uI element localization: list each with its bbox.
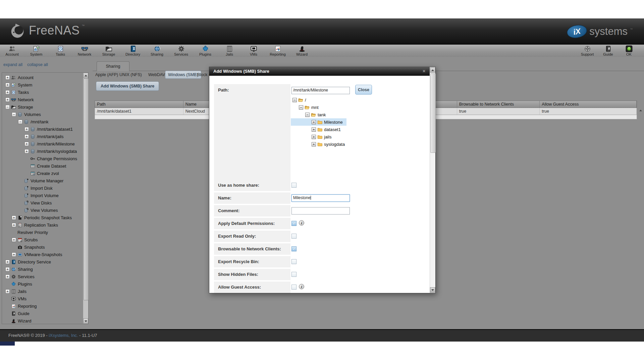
sidebar-item-reporting[interactable]: Reporting	[3, 302, 83, 310]
sidebar-item-periodic-snapshot-tasks[interactable]: +Periodic Snapshot Tasks	[3, 214, 83, 221]
tree-toggle-minus-icon[interactable]: −	[305, 113, 310, 117]
tree-toggle-plus-icon[interactable]: +	[12, 216, 16, 220]
sidebar-item-mnt-tank-jails[interactable]: +/mnt/tank/jails	[3, 133, 83, 140]
input-name[interactable]: Milestone	[291, 194, 350, 202]
column-header-browsable-to-network-clients[interactable]: Browsable to Network Clients	[457, 101, 540, 108]
sidebar-item-account[interactable]: +Account	[3, 74, 83, 81]
dialog-tree-item-mnt[interactable]: −mnt	[291, 104, 361, 111]
checkbox-browsable-to-network-clients[interactable]: ✓	[291, 246, 297, 251]
dialog-close-button[interactable]: Close	[355, 85, 372, 95]
sidebar-item-sharing[interactable]: +Sharing	[3, 265, 83, 273]
tree-toggle-plus-icon[interactable]: +	[312, 135, 316, 139]
toolbar-item-storage[interactable]: Storage	[97, 45, 121, 57]
dialog-tree-item-jails[interactable]: +jails	[291, 133, 361, 140]
sidebar-item-scrubs[interactable]: +Scrubs	[3, 236, 83, 243]
tree-toggle-plus-icon[interactable]: +	[12, 252, 16, 257]
tree-toggle-plus-icon[interactable]: +	[5, 275, 10, 279]
sidebar-item-volume-manager[interactable]: Volume Manager	[3, 177, 83, 184]
dialog-tree-item-[interactable]: −/	[291, 96, 361, 104]
toolbar-item-vms[interactable]: VMs	[241, 45, 266, 57]
tab-sharing[interactable]: Sharing	[97, 61, 129, 71]
sidebar-item-jails[interactable]: +Jails	[3, 288, 83, 295]
sidebar-item-create-dataset[interactable]: Create Dataset	[3, 162, 83, 170]
tree-toggle-plus-icon[interactable]: +	[12, 223, 16, 227]
add-windows-smb-share-button[interactable]: Add Windows (SMB) Share	[96, 81, 159, 91]
tree-toggle-minus-icon[interactable]: −	[12, 112, 16, 117]
sidebar-item-vms[interactable]: VMs	[3, 295, 83, 302]
dialog-scrollbar[interactable]	[430, 67, 435, 293]
tree-toggle-plus-icon[interactable]: +	[312, 127, 316, 132]
tree-toggle-plus-icon[interactable]: +	[312, 120, 316, 124]
column-header-path[interactable]: Path	[95, 101, 183, 108]
tree-toggle-plus-icon[interactable]: +	[5, 260, 10, 264]
tree-toggle-plus-icon[interactable]: +	[312, 142, 316, 146]
tree-toggle-plus-icon[interactable]: +	[5, 289, 10, 294]
sidebar-item-volumes[interactable]: −Volumes	[3, 111, 83, 118]
toolbar-item-tasks[interactable]: Tasks	[48, 45, 72, 57]
tree-toggle-plus-icon[interactable]: +	[24, 149, 29, 154]
scroll-up-icon[interactable]	[430, 67, 435, 73]
tree-toggle-minus-icon[interactable]: −	[299, 105, 303, 110]
checkbox-use-as-home-share[interactable]	[291, 183, 297, 188]
dialog-tree-item-tank[interactable]: −tank	[291, 111, 361, 118]
subtab-apple-afp[interactable]: Apple (AFP)	[95, 72, 118, 77]
scroll-up-icon[interactable]	[83, 73, 88, 78]
subtab-unix-nfs[interactable]: UNIX (NFS)	[119, 72, 142, 77]
sidebar-item-replication-tasks[interactable]: +Replication Tasks	[3, 221, 83, 229]
sidebar-item-system[interactable]: +System	[3, 81, 83, 88]
toolbar-item-services[interactable]: Services	[169, 45, 193, 57]
checkbox-show-hidden-files[interactable]	[291, 272, 297, 277]
toolbar-item-directory[interactable]: Directory	[121, 45, 145, 57]
sidebar-item-change-permissions[interactable]: Change Permissions	[3, 155, 83, 162]
scrollbar-thumb[interactable]	[430, 73, 436, 153]
ixsystems-link[interactable]: iXsystems, Inc.	[49, 333, 78, 338]
checkbox-allow-guest-access[interactable]	[291, 285, 297, 290]
dialog-close-icon[interactable]: ×	[421, 68, 427, 74]
sidebar-item-storage[interactable]: −Storage	[3, 103, 83, 111]
tree-toggle-plus-icon[interactable]: +	[5, 90, 10, 95]
toolbar-item-guide[interactable]: Guide	[598, 45, 619, 57]
scrollbar-thumb[interactable]	[84, 78, 89, 300]
scroll-down-icon[interactable]	[430, 287, 435, 293]
sidebar-scrollbar[interactable]	[83, 73, 88, 324]
toolbar-item-jails[interactable]: Jails	[217, 45, 241, 57]
toolbar-item-reporting[interactable]: Reporting	[266, 45, 290, 57]
checkbox-apply-default-permissions[interactable]: ✓	[291, 221, 297, 226]
tree-toggle-plus-icon[interactable]: +	[12, 238, 16, 242]
subtab-webdav[interactable]: WebDAV	[148, 72, 165, 77]
tree-toggle-plus-icon[interactable]: +	[5, 75, 10, 80]
sidebar-item-resilver-priority[interactable]: Resilver Priority	[3, 229, 83, 236]
sidebar-item-snapshots[interactable]: Snapshots	[3, 243, 83, 251]
checkbox-export-recycle-bin[interactable]	[291, 259, 297, 264]
path-input[interactable]: /mnt/tank/Milestone	[291, 87, 350, 94]
sidebar-item-mnt-tank-dataset1[interactable]: +/mnt/tank/dataset1	[3, 125, 83, 133]
sidebar-item-mnt-tank[interactable]: −/mnt/tank	[3, 118, 83, 125]
tree-toggle-minus-icon[interactable]: −	[18, 120, 22, 124]
sidebar-item-directory-service[interactable]: +Directory Service	[3, 258, 83, 265]
table-scroll-up-icon[interactable]	[639, 110, 642, 111]
collapse-all-link[interactable]: collapse all	[27, 62, 48, 67]
sidebar-item-view-disks[interactable]: View Disks	[3, 199, 83, 206]
checkbox-export-read-only[interactable]	[291, 234, 297, 239]
input-comment[interactable]	[291, 207, 350, 215]
subtab-windows-smb[interactable]: Windows (SMB)	[165, 71, 201, 79]
sidebar-item-import-disk[interactable]: Import Disk	[3, 184, 83, 192]
column-header-allow-guest-access[interactable]: Allow Guest Access	[540, 101, 637, 108]
tree-toggle-plus-icon[interactable]: +	[24, 127, 29, 131]
dialog-tree-item-syslogdata[interactable]: +syslogdata	[291, 140, 361, 148]
tree-toggle-plus-icon[interactable]: +	[24, 134, 29, 139]
dialog-tree-item-dataset1[interactable]: +dataset1	[291, 126, 361, 133]
sidebar-item-mnt-tank-milestone[interactable]: +/mnt/tank/Milestone	[3, 140, 83, 147]
sidebar-item-vmware-snapshots[interactable]: +VMware-Snapshots	[3, 251, 83, 258]
tree-toggle-plus-icon[interactable]: +	[24, 142, 29, 146]
toolbar-item-network[interactable]: Network	[72, 45, 97, 57]
toolbar-item-wizard[interactable]: Wizard	[290, 45, 314, 57]
sidebar-item-plugins[interactable]: Plugins	[3, 280, 83, 288]
sidebar-item-import-volume[interactable]: Import Volume	[3, 192, 83, 199]
sidebar-item-view-volumes[interactable]: View Volumes	[3, 206, 83, 214]
sidebar-item-guide[interactable]: Guide	[3, 310, 83, 317]
tree-toggle-plus-icon[interactable]: +	[5, 83, 10, 87]
tree-toggle-plus-icon[interactable]: +	[5, 98, 10, 102]
toolbar-item-system[interactable]: System	[24, 45, 48, 57]
scroll-down-icon[interactable]	[83, 318, 88, 324]
